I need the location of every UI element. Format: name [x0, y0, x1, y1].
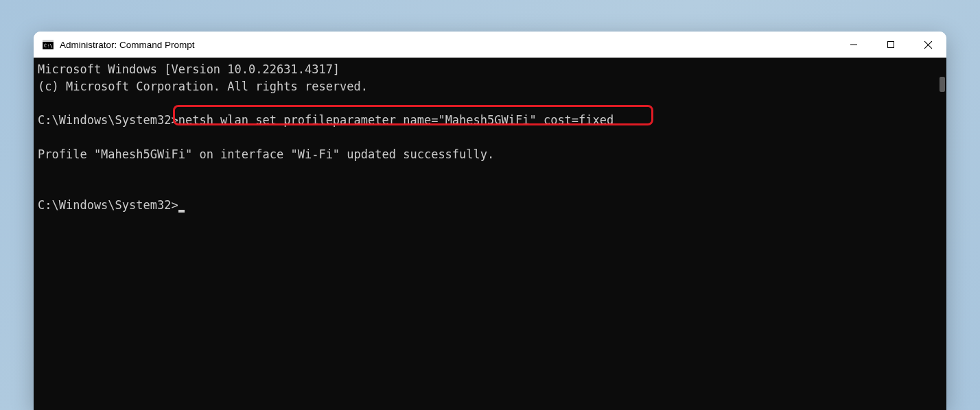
- titlebar[interactable]: C:\ Administrator: Command Prompt: [34, 32, 946, 58]
- scrollbar-thumb[interactable]: [940, 77, 945, 92]
- cursor: [178, 210, 185, 213]
- terminal-output: Microsoft Windows [Version 10.0.22631.43…: [38, 61, 942, 213]
- minimize-button[interactable]: [835, 32, 872, 58]
- window-title: Administrator: Command Prompt: [60, 40, 835, 50]
- svg-rect-1: [43, 40, 54, 42]
- command-text: netsh wlan set profileparameter name="Ma…: [178, 113, 614, 127]
- terminal-area[interactable]: Microsoft Windows [Version 10.0.22631.43…: [34, 58, 946, 410]
- prompt-path: C:\Windows\System32>: [38, 198, 178, 212]
- version-line: Microsoft Windows [Version 10.0.22631.43…: [38, 62, 340, 76]
- command-output: Profile "Mahesh5GWiFi" on interface "Wi-…: [38, 147, 494, 161]
- window-controls: [835, 32, 946, 58]
- command-prompt-window: C:\ Administrator: Command Prompt Micros…: [34, 32, 946, 410]
- prompt-path: C:\Windows\System32>: [38, 113, 178, 127]
- svg-text:C:\: C:\: [44, 43, 53, 49]
- cmd-icon: C:\: [42, 38, 54, 51]
- copyright-line: (c) Microsoft Corporation. All rights re…: [38, 80, 368, 93]
- maximize-button[interactable]: [872, 32, 909, 58]
- close-button[interactable]: [909, 32, 946, 58]
- svg-rect-4: [888, 42, 894, 48]
